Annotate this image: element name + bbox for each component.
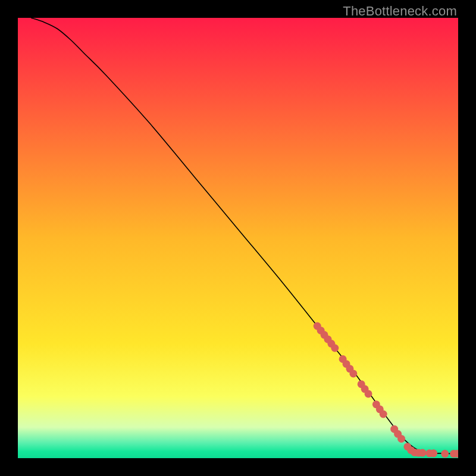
- chart-background: [18, 18, 458, 458]
- scatter-point: [365, 390, 372, 397]
- watermark-text: TheBottleneck.com: [343, 4, 457, 19]
- scatter-point: [349, 369, 357, 377]
- scatter-point: [380, 411, 387, 418]
- plot-area: [18, 18, 458, 458]
- chart-container: TheBottleneck.com: [0, 0, 476, 476]
- chart-svg: [18, 18, 458, 458]
- scatter-point: [419, 449, 427, 457]
- scatter-point: [430, 449, 437, 457]
- scatter-point: [441, 450, 449, 458]
- scatter-point: [331, 345, 339, 352]
- scatter-point: [397, 435, 405, 443]
